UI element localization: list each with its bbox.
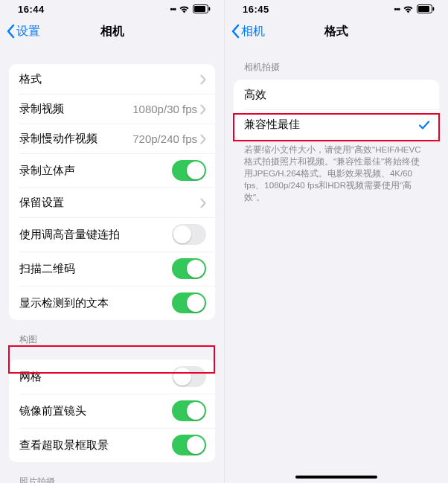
svg-rect-5: [433, 7, 435, 11]
nav-bar: 相机 格式: [225, 15, 448, 48]
toggle-stereo-sound[interactable]: [172, 160, 206, 181]
page-title: 相机: [100, 24, 124, 39]
row-record-slomo[interactable]: 录制慢动作视频 720p/240 fps: [9, 124, 215, 153]
status-time: 16:45: [243, 4, 269, 15]
row-detect-text: 显示检测到的文本: [9, 286, 215, 320]
svg-rect-2: [209, 7, 211, 11]
row-volume-burst: 使用调高音量键连拍: [9, 217, 215, 252]
row-most-compatible[interactable]: 兼容性最佳: [234, 109, 439, 139]
toggle-grid[interactable]: [172, 366, 206, 387]
home-indicator: [295, 476, 377, 479]
back-button[interactable]: 相机: [231, 24, 265, 39]
section-header-composition: 构图: [19, 333, 212, 346]
svg-rect-1: [194, 6, 205, 12]
toggle-mirror-front[interactable]: [172, 400, 206, 421]
settings-list: 格式 录制视频 1080p/30 fps 录制慢动作视频 720p/240 fp…: [0, 48, 224, 483]
settings-list: 相机拍摄 高效 兼容性最佳 若要缩小文件大小，请使用"高效"HEIF/HEVC格…: [225, 48, 448, 483]
chevron-right-icon: [200, 196, 206, 209]
status-bar: 16:45 •••: [225, 0, 448, 15]
row-preserve-settings[interactable]: 保留设置: [9, 188, 215, 217]
toggle-view-outside-frame[interactable]: [172, 435, 206, 455]
status-time: 16:44: [18, 4, 45, 15]
section-header-camera-capture: 相机拍摄: [244, 61, 436, 74]
chevron-right-icon: [200, 132, 206, 145]
row-record-video[interactable]: 录制视频 1080p/30 fps: [9, 94, 215, 124]
status-icons: •••: [394, 4, 435, 13]
row-formats[interactable]: 格式: [9, 64, 215, 94]
section-header-photo-capture: 照片拍摄: [19, 476, 212, 483]
row-view-outside-frame: 查看超取景框取景: [9, 428, 215, 462]
nav-bar: 设置 相机: [0, 15, 224, 48]
battery-icon: [193, 4, 211, 13]
wifi-icon: [403, 5, 414, 13]
chevron-right-icon: [200, 102, 206, 115]
cellular-icon: •••: [170, 5, 176, 13]
row-mirror-front: 镜像前置镜头: [9, 394, 215, 428]
svg-rect-4: [418, 6, 429, 12]
toggle-detect-text[interactable]: [172, 292, 206, 313]
footer-format: 若要缩小文件大小，请使用"高效"HEIF/HEVC格式拍摄照片和视频。"兼容性最…: [244, 144, 429, 203]
status-bar: 16:44 •••: [0, 0, 224, 15]
row-stereo-sound: 录制立体声: [9, 153, 215, 188]
camera-settings-screen: 16:44 ••• 设置 相机 格式 录制视频 1: [0, 0, 224, 483]
cellular-icon: •••: [394, 5, 400, 13]
settings-group-format-choice: 高效 兼容性最佳: [234, 80, 439, 139]
status-icons: •••: [170, 4, 211, 13]
settings-group-composition: 网格 镜像前置镜头 查看超取景框取景: [9, 359, 215, 462]
chevron-right-icon: [200, 72, 206, 86]
check-icon: [418, 118, 430, 131]
chevron-left-icon: [6, 24, 15, 39]
back-button[interactable]: 设置: [6, 24, 40, 39]
page-title: 格式: [324, 24, 348, 39]
toggle-volume-burst[interactable]: [172, 224, 206, 245]
row-scan-qr: 扫描二维码: [9, 252, 215, 286]
back-label: 相机: [241, 24, 265, 39]
toggle-scan-qr[interactable]: [172, 258, 206, 279]
settings-group-capture: 格式 录制视频 1080p/30 fps 录制慢动作视频 720p/240 fp…: [9, 64, 215, 320]
wifi-icon: [179, 5, 190, 13]
row-high-efficiency[interactable]: 高效: [234, 80, 439, 109]
row-grid: 网格: [9, 359, 215, 394]
formats-screen: 16:45 ••• 相机 格式 相机拍摄 高效 兼容性最佳: [224, 0, 448, 483]
back-label: 设置: [16, 24, 40, 39]
battery-icon: [417, 4, 435, 13]
chevron-left-icon: [231, 24, 240, 39]
